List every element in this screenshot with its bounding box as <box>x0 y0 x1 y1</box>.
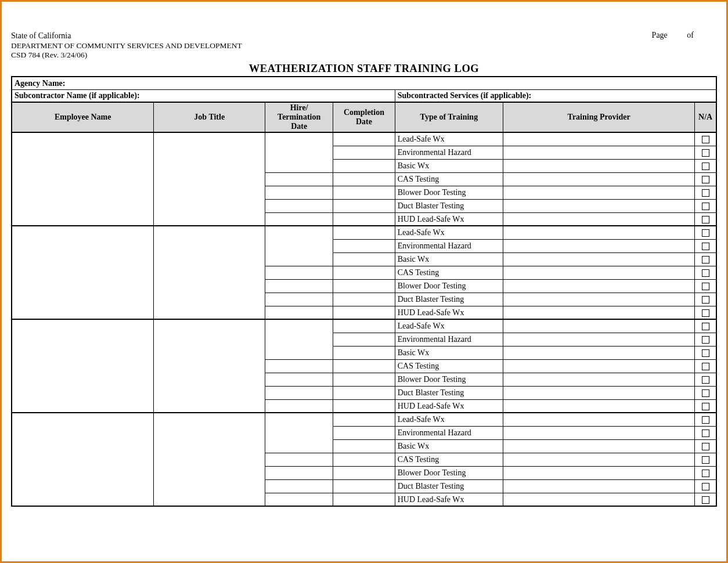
training-provider-cell[interactable] <box>503 172 695 186</box>
checkbox-icon[interactable] <box>702 389 709 397</box>
checkbox-icon[interactable] <box>702 363 709 370</box>
completion-date-cell[interactable] <box>333 386 395 399</box>
job-title-cell[interactable] <box>154 413 265 506</box>
checkbox-icon[interactable] <box>702 470 709 477</box>
checkbox-icon[interactable] <box>702 456 709 464</box>
checkbox-icon[interactable] <box>702 336 709 344</box>
na-cell[interactable] <box>695 199 716 212</box>
employee-name-cell[interactable] <box>12 226 154 319</box>
na-cell[interactable] <box>695 413 716 426</box>
training-provider-cell[interactable] <box>503 439 695 453</box>
hire-termination-cell[interactable] <box>265 279 333 293</box>
hire-termination-cell[interactable] <box>265 266 333 279</box>
completion-date-cell[interactable] <box>333 346 395 359</box>
completion-date-cell[interactable] <box>333 252 395 266</box>
na-cell[interactable] <box>695 239 716 252</box>
hire-termination-cell[interactable] <box>265 413 333 453</box>
employee-name-cell[interactable] <box>12 319 154 413</box>
na-cell[interactable] <box>695 212 716 226</box>
completion-date-cell[interactable] <box>333 466 395 479</box>
na-cell[interactable] <box>695 306 716 319</box>
training-provider-cell[interactable] <box>503 293 695 306</box>
checkbox-icon[interactable] <box>702 376 709 384</box>
completion-date-cell[interactable] <box>333 426 395 439</box>
training-provider-cell[interactable] <box>503 132 695 146</box>
hire-termination-cell[interactable] <box>265 212 333 226</box>
na-cell[interactable] <box>695 493 716 506</box>
completion-date-cell[interactable] <box>333 453 395 466</box>
hire-termination-cell[interactable] <box>265 399 333 413</box>
checkbox-icon[interactable] <box>702 483 709 490</box>
checkbox-icon[interactable] <box>702 496 709 504</box>
completion-date-cell[interactable] <box>333 373 395 386</box>
hire-termination-cell[interactable] <box>265 386 333 399</box>
na-cell[interactable] <box>695 186 716 199</box>
training-provider-cell[interactable] <box>503 399 695 413</box>
completion-date-cell[interactable] <box>333 439 395 453</box>
na-cell[interactable] <box>695 386 716 399</box>
completion-date-cell[interactable] <box>333 159 395 172</box>
training-provider-cell[interactable] <box>503 319 695 333</box>
completion-date-cell[interactable] <box>333 146 395 159</box>
hire-termination-cell[interactable] <box>265 172 333 186</box>
training-provider-cell[interactable] <box>503 306 695 319</box>
employee-name-cell[interactable] <box>12 413 154 506</box>
hire-termination-cell[interactable] <box>265 453 333 466</box>
training-provider-cell[interactable] <box>503 426 695 439</box>
completion-date-cell[interactable] <box>333 493 395 506</box>
hire-termination-cell[interactable] <box>265 479 333 493</box>
completion-date-cell[interactable] <box>333 226 395 239</box>
completion-date-cell[interactable] <box>333 132 395 146</box>
training-provider-cell[interactable] <box>503 146 695 159</box>
checkbox-icon[interactable] <box>702 283 709 290</box>
training-provider-cell[interactable] <box>503 199 695 212</box>
hire-termination-cell[interactable] <box>265 359 333 373</box>
na-cell[interactable] <box>695 346 716 359</box>
hire-termination-cell[interactable] <box>265 319 333 359</box>
completion-date-cell[interactable] <box>333 333 395 346</box>
checkbox-icon[interactable] <box>702 443 709 450</box>
training-provider-cell[interactable] <box>503 386 695 399</box>
checkbox-icon[interactable] <box>702 136 709 143</box>
completion-date-cell[interactable] <box>333 199 395 212</box>
checkbox-icon[interactable] <box>702 203 709 210</box>
checkbox-icon[interactable] <box>702 323 709 330</box>
job-title-cell[interactable] <box>154 132 265 226</box>
completion-date-cell[interactable] <box>333 479 395 493</box>
training-provider-cell[interactable] <box>503 466 695 479</box>
na-cell[interactable] <box>695 146 716 159</box>
na-cell[interactable] <box>695 132 716 146</box>
training-provider-cell[interactable] <box>503 373 695 386</box>
na-cell[interactable] <box>695 439 716 453</box>
hire-termination-cell[interactable] <box>265 132 333 172</box>
checkbox-icon[interactable] <box>702 229 709 237</box>
training-provider-cell[interactable] <box>503 252 695 266</box>
hire-termination-cell[interactable] <box>265 226 333 266</box>
na-cell[interactable] <box>695 279 716 293</box>
job-title-cell[interactable] <box>154 226 265 319</box>
checkbox-icon[interactable] <box>702 309 709 317</box>
checkbox-icon[interactable] <box>702 256 709 264</box>
training-provider-cell[interactable] <box>503 212 695 226</box>
na-cell[interactable] <box>695 226 716 239</box>
hire-termination-cell[interactable] <box>265 186 333 199</box>
employee-name-cell[interactable] <box>12 132 154 226</box>
checkbox-icon[interactable] <box>702 269 709 277</box>
completion-date-cell[interactable] <box>333 293 395 306</box>
hire-termination-cell[interactable] <box>265 466 333 479</box>
checkbox-icon[interactable] <box>702 403 709 410</box>
na-cell[interactable] <box>695 333 716 346</box>
na-cell[interactable] <box>695 399 716 413</box>
job-title-cell[interactable] <box>154 319 265 413</box>
checkbox-icon[interactable] <box>702 349 709 357</box>
na-cell[interactable] <box>695 319 716 333</box>
na-cell[interactable] <box>695 359 716 373</box>
checkbox-icon[interactable] <box>702 189 709 197</box>
completion-date-cell[interactable] <box>333 359 395 373</box>
subcontracted-services-field[interactable]: Subcontracted Services (if applicable): <box>395 89 716 102</box>
completion-date-cell[interactable] <box>333 186 395 199</box>
completion-date-cell[interactable] <box>333 172 395 186</box>
training-provider-cell[interactable] <box>503 226 695 239</box>
training-provider-cell[interactable] <box>503 333 695 346</box>
training-provider-cell[interactable] <box>503 413 695 426</box>
